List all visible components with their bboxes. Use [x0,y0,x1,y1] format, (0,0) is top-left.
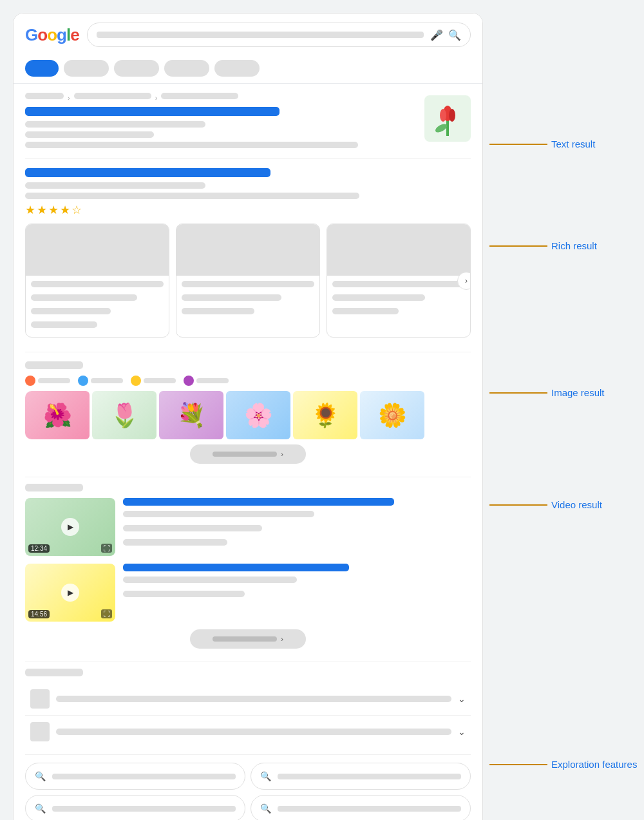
faq-label-2 [56,729,451,735]
video-result-block: ▶ 12:34 ⛶ ▶ [25,477,471,662]
star-3: ★ [48,203,59,217]
faq-section: ⌄ ⌄ [25,662,471,755]
annotation-line-rich-result [489,245,547,247]
breadcrumb-skel-3 [161,93,238,99]
flower-image-3[interactable]: 💐 [159,391,223,439]
card-line-3a [332,281,465,287]
annotations-container: Text result Rich result Image result Vid… [489,13,631,820]
video-thumb-1[interactable]: ▶ 12:34 ⛶ [25,498,115,556]
explore-item-1[interactable]: 🔍 [25,763,245,790]
result-text-area: › › [25,93,417,152]
tab-news[interactable] [214,60,260,77]
cards-next-button[interactable]: › [457,272,471,290]
faq-icon-1 [30,689,50,709]
video-section-label [25,484,83,491]
google-logo: Google [25,25,79,45]
img-tab-3[interactable] [131,376,176,386]
annotation-label-image-result: Image result [551,387,605,398]
img-tab-label-4 [196,378,229,383]
images-grid: 🌺 🌷 💐 🌸 🌻 🌼 [25,391,471,439]
explore-item-3[interactable]: 🔍 [25,795,245,820]
explore-search-icon-1: 🔍 [35,771,46,781]
explore-search-icon-2: 🔍 [260,771,271,781]
tab-images[interactable] [64,60,109,77]
annotation-line-image-result [489,392,547,394]
flower-image-6[interactable]: 🌼 [360,391,424,439]
breadcrumb: › › [25,93,417,103]
logo-g: G [25,25,37,45]
search-query-text [97,32,424,38]
faq-item-1[interactable]: ⌄ [25,683,471,716]
breadcrumb-skel-1 [25,93,64,99]
search-icons: 🎤 🔍 [430,29,461,41]
image-tabs-row [25,376,471,386]
flower-image-5[interactable]: 🌻 [293,391,357,439]
see-more-videos-button[interactable]: › [190,629,306,649]
play-button-1[interactable]: ▶ [61,518,79,536]
star-1: ★ [25,203,35,217]
flower-image-1[interactable]: 🌺 [25,391,90,439]
card-line-3b [332,294,425,301]
stars-row: ★ ★ ★ ★ ☆ [25,203,471,217]
faq-chevron-2: ⌄ [458,727,466,737]
annotation-label-rich-result: Rich result [551,240,597,251]
logo-e: e [70,25,79,45]
play-button-2[interactable]: ▶ [61,584,79,602]
explore-label-4 [278,806,461,812]
search-submit-icon[interactable]: 🔍 [448,29,461,41]
video-title-1[interactable] [123,498,394,506]
result-card-1[interactable] [25,224,169,338]
result-card-3[interactable]: › [327,224,471,338]
faq-item-2[interactable]: ⌄ [25,716,471,748]
card-image-2 [176,224,319,276]
star-half: ☆ [71,203,82,217]
microphone-icon[interactable]: 🎤 [430,29,443,41]
card-body-3 [327,276,470,323]
card-image-3 [327,224,470,276]
annotation-label-exploration: Exploration features [551,759,637,770]
explore-grid: 🔍 🔍 🔍 🔍 [25,763,471,820]
result-title-1[interactable] [25,107,279,116]
see-more-label [213,452,277,457]
svg-point-3 [440,109,446,122]
card-line-1a [31,281,164,287]
tab-shopping[interactable] [164,60,209,77]
video-title-2[interactable] [123,564,349,571]
tab-videos[interactable] [114,60,159,77]
see-more-images-button[interactable]: › [190,444,306,464]
expand-icon-2[interactable]: ⛶ [101,609,112,618]
annotation-image-result: Image result [489,387,605,398]
annotation-video-result: Video result [489,499,602,510]
annotation-line-exploration [489,764,547,765]
img-tab-2[interactable] [78,376,123,386]
card-body-2 [176,276,319,323]
annotation-rich-result: Rich result [489,240,597,251]
video-info-1c [123,539,227,546]
card-image-1 [26,224,169,276]
svg-rect-0 [446,120,449,136]
explore-label-1 [52,774,236,779]
video-thumb-2[interactable]: ▶ 14:56 ⛶ [25,564,115,622]
explore-item-2[interactable]: 🔍 [251,763,471,790]
tulip-svg [431,99,464,138]
flower-image-4[interactable]: 🌸 [226,391,290,439]
result-title-2[interactable] [25,168,270,177]
search-bar[interactable]: 🎤 🔍 [87,23,471,47]
img-tab-1[interactable] [25,376,70,386]
video-timestamp-1: 12:34 [28,544,50,553]
video-info-1a [123,511,314,517]
logo-o1: o [37,25,47,45]
explore-item-4[interactable]: 🔍 [251,795,471,820]
tab-all[interactable] [25,60,59,77]
image-result-block: 🌺 🌷 💐 🌸 🌻 🌼 › [25,352,471,477]
serp-header: Google 🎤 🔍 [14,14,482,56]
video-info-1b [123,525,262,531]
result-card-2[interactable] [176,224,320,338]
flower-image-2[interactable]: 🌷 [92,391,156,439]
expand-icon-1[interactable]: ⛶ [101,544,112,553]
rich-result-block: ★ ★ ★ ★ ☆ [25,159,471,352]
image-section-label [25,361,83,369]
annotation-label-text-result: Text result [551,138,595,149]
card-line-3c [332,308,399,314]
img-tab-4[interactable] [184,376,229,386]
